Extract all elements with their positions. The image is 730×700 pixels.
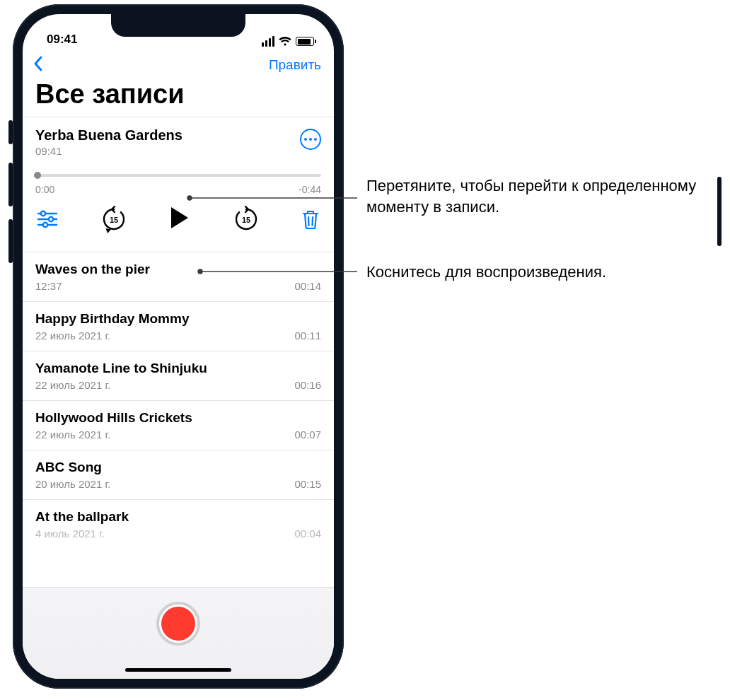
recording-row-date: 22 июль 2021 г. bbox=[35, 379, 110, 391]
recording-row[interactable]: Waves on the pier 12:3700:14 bbox=[23, 252, 334, 301]
callout-play: Коснитесь для воспроизведения. bbox=[366, 262, 720, 283]
recording-row[interactable]: ABC Song 20 июль 2021 г.00:15 bbox=[23, 450, 334, 499]
delete-button[interactable] bbox=[301, 209, 320, 230]
recording-row-date: 12:37 bbox=[35, 280, 62, 292]
recording-row-date: 20 июль 2021 г. bbox=[35, 478, 110, 490]
page-title: Все записи bbox=[23, 78, 334, 117]
expanded-recording: Yerba Buena Gardens 09:41 0:00 -0:44 bbox=[23, 117, 334, 252]
svg-line-9 bbox=[313, 217, 313, 226]
recording-row[interactable]: Yamanote Line to Shinjuku 22 июль 2021 г… bbox=[23, 351, 334, 400]
recording-row-title: Happy Birthday Mommy bbox=[35, 311, 321, 327]
battery-icon bbox=[296, 37, 314, 46]
svg-point-1 bbox=[41, 211, 45, 216]
play-button[interactable] bbox=[169, 206, 190, 233]
recording-row-title: Waves on the pier bbox=[35, 262, 321, 277]
svg-line-8 bbox=[308, 217, 309, 226]
playback-options-button[interactable] bbox=[37, 210, 58, 228]
skip-back-icon: 15 bbox=[100, 205, 128, 233]
recording-title: Yerba Buena Gardens bbox=[35, 127, 182, 144]
ellipsis-icon bbox=[304, 138, 317, 141]
iphone-frame: 09:41 Править Все записи Yerb bbox=[13, 4, 344, 689]
recording-row[interactable]: At the ballpark 4 июль 2021 г.00:04 bbox=[23, 499, 334, 539]
skip-forward-15-button[interactable]: 15 bbox=[232, 205, 260, 233]
scrubber[interactable] bbox=[35, 174, 321, 177]
skip-forward-icon: 15 bbox=[232, 205, 260, 233]
recording-row-title: ABC Song bbox=[35, 460, 321, 475]
record-icon bbox=[161, 607, 195, 641]
recording-row-date: 22 июль 2021 г. bbox=[35, 428, 110, 441]
recording-row-title: Hollywood Hills Crickets bbox=[35, 410, 321, 426]
recording-row-date: 22 июль 2021 г. bbox=[35, 329, 110, 342]
edit-button[interactable]: Править bbox=[269, 57, 321, 73]
cellular-icon bbox=[262, 36, 274, 47]
svg-text:15: 15 bbox=[241, 216, 250, 224]
recording-row-duration: 00:16 bbox=[294, 379, 321, 391]
recording-row-date: 4 июль 2021 г. bbox=[35, 527, 105, 539]
recording-row-duration: 00:07 bbox=[294, 428, 321, 441]
skip-back-15-button[interactable]: 15 bbox=[100, 205, 128, 233]
toolbar bbox=[23, 587, 334, 679]
svg-point-5 bbox=[43, 223, 47, 227]
recording-row-title: At the ballpark bbox=[35, 509, 321, 525]
recording-row-duration: 00:14 bbox=[294, 280, 321, 292]
recording-row[interactable]: Hollywood Hills Crickets 22 июль 2021 г.… bbox=[23, 400, 334, 450]
scrubber-thumb[interactable] bbox=[34, 172, 41, 179]
record-button[interactable] bbox=[156, 602, 200, 646]
play-icon bbox=[169, 206, 190, 230]
svg-text:15: 15 bbox=[109, 216, 117, 224]
recording-row[interactable]: Happy Birthday Mommy 22 июль 2021 г.00:1… bbox=[23, 301, 334, 351]
recording-row-duration: 00:11 bbox=[294, 329, 321, 342]
recording-time: 09:41 bbox=[35, 145, 182, 157]
back-button[interactable] bbox=[33, 55, 44, 75]
status-time: 09:41 bbox=[47, 33, 77, 47]
time-remaining: -0:44 bbox=[299, 184, 321, 195]
nav-bar: Править bbox=[23, 48, 334, 78]
home-indicator[interactable] bbox=[125, 668, 231, 672]
svg-point-3 bbox=[49, 217, 53, 221]
recording-row-title: Yamanote Line to Shinjuku bbox=[35, 361, 321, 376]
callout-scrub: Перетяните, чтобы перейти к определенном… bbox=[366, 175, 720, 217]
notch bbox=[111, 14, 245, 37]
recording-row-duration: 00:04 bbox=[294, 527, 321, 539]
trash-icon bbox=[301, 209, 320, 230]
wifi-icon bbox=[279, 37, 291, 47]
screen: 09:41 Править Все записи Yerb bbox=[23, 14, 334, 679]
sliders-icon bbox=[37, 210, 58, 228]
recording-row-duration: 00:15 bbox=[294, 478, 321, 490]
more-options-button[interactable] bbox=[300, 129, 321, 150]
time-elapsed: 0:00 bbox=[35, 184, 54, 195]
